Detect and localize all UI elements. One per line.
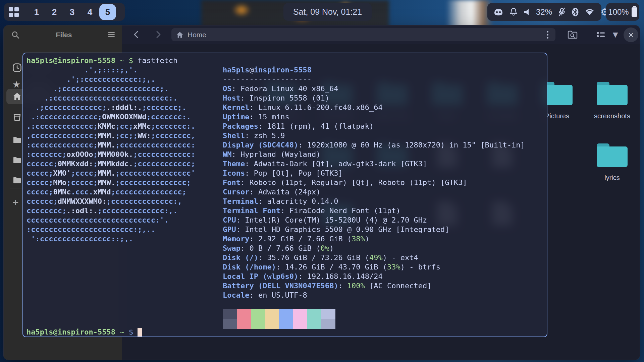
workspace-4[interactable]: 4	[82, 4, 98, 20]
folder-icon	[597, 143, 628, 167]
battery-icon	[632, 7, 637, 17]
palette-swatch	[321, 309, 335, 319]
terminal-command: fastfetch	[138, 56, 177, 65]
palette-swatch	[307, 309, 321, 319]
trash-icon	[12, 112, 22, 122]
palette-swatch	[279, 309, 293, 319]
speaker-icon[interactable]	[524, 8, 530, 16]
fastfetch-info: ha5pls@inspiron-5558--------------------…	[223, 65, 525, 300]
breadcrumb: Home	[187, 31, 540, 39]
folder-item[interactable]: screenshots	[585, 82, 639, 120]
item-label: screenshots	[594, 112, 630, 120]
desktop: { "topbar": { "workspaces": { "items": […	[0, 0, 644, 362]
home-icon	[176, 31, 183, 39]
workspace-1[interactable]: 1	[28, 4, 45, 20]
item-label: Pictures	[545, 112, 569, 120]
palette-swatch	[265, 309, 279, 319]
close-icon[interactable]: ×	[624, 27, 638, 42]
palette-swatch	[293, 309, 307, 319]
palette-swatch	[223, 309, 237, 319]
discord-icon[interactable]	[493, 8, 503, 16]
workspace-5[interactable]: 5	[99, 4, 116, 20]
workspace-2[interactable]: 2	[46, 4, 63, 20]
folder-item[interactable]: lyrics	[585, 143, 639, 182]
bell-icon[interactable]	[509, 7, 518, 17]
topbar-battery[interactable]: 100%	[606, 3, 639, 21]
palette-swatch	[265, 319, 279, 329]
forward-icon[interactable]	[153, 29, 163, 40]
files-sidebar-header: Files	[4, 25, 122, 44]
topbar-tray: 32% ⚙	[487, 3, 601, 21]
workspace-3[interactable]: 3	[64, 4, 80, 20]
search-icon[interactable]	[11, 31, 20, 39]
folder-icon	[12, 176, 22, 185]
wifi-icon[interactable]	[585, 8, 595, 16]
fastfetch-logo: .',;::::;,'. .';:cccccccccccc:;,. .;cccc…	[26, 65, 195, 244]
clock-text: Sat, 09 Nov, 01:21	[293, 7, 362, 17]
bluetooth-icon[interactable]	[572, 7, 579, 17]
terminal-prompt-line: ha5pls@inspiron-5558 ~ $ fastfetch	[26, 56, 545, 65]
palette-swatch	[237, 319, 251, 329]
palette-swatch	[251, 319, 265, 329]
folder-search-icon[interactable]	[567, 30, 578, 40]
terminal-window[interactable]: ha5pls@inspiron-5558 ~ $ fastfetch .',;:…	[22, 53, 547, 337]
palette-swatch	[307, 319, 321, 329]
prompt-user: ha5pls@inspiron-5558	[26, 327, 115, 337]
home-icon	[12, 92, 22, 101]
item-label: lyrics	[604, 174, 620, 182]
star-icon: ★	[12, 80, 20, 89]
terminal-content: ha5pls@inspiron-5558 ~ $ fastfetch .',;:…	[26, 56, 545, 337]
palette-swatch	[237, 309, 251, 319]
palette-swatch	[293, 319, 307, 329]
mic-muted-icon[interactable]	[558, 7, 566, 17]
terminal-color-palette	[223, 309, 335, 329]
volume-level: 32%	[536, 7, 552, 17]
palette-swatch	[251, 309, 265, 319]
files-app-title: Files	[20, 31, 108, 39]
chevron-down-icon[interactable]: ▼	[613, 31, 618, 39]
folder-icon	[12, 156, 22, 165]
palette-swatch	[279, 319, 293, 329]
topbar-clock[interactable]: Sat, 09 Nov, 01:21	[283, 3, 372, 21]
workspace-switcher: 12345	[28, 4, 116, 20]
terminal-prompt-line-2: ha5pls@inspiron-5558 ~ $	[26, 327, 142, 337]
kebab-menu-icon[interactable]	[544, 31, 551, 39]
list-view-icon[interactable]	[596, 30, 606, 39]
terminal-cursor	[138, 328, 142, 337]
location-bar[interactable]: Home	[171, 28, 555, 41]
header-separator	[608, 30, 608, 39]
app-launcher-icon[interactable]	[9, 7, 19, 17]
hamburger-menu-icon[interactable]	[108, 31, 115, 38]
plus-icon: +	[12, 197, 19, 208]
files-header: Home ▼ ×	[122, 25, 640, 44]
folder-icon	[12, 135, 22, 145]
palette-swatch	[223, 319, 237, 329]
prompt-user: ha5pls@inspiron-5558	[26, 56, 115, 65]
battery-level: 100%	[608, 7, 629, 17]
clock-icon	[12, 63, 22, 72]
folder-icon	[597, 82, 628, 105]
back-icon[interactable]	[131, 29, 142, 40]
topbar-workspaces: 12345	[4, 3, 125, 21]
palette-swatch	[321, 319, 335, 329]
